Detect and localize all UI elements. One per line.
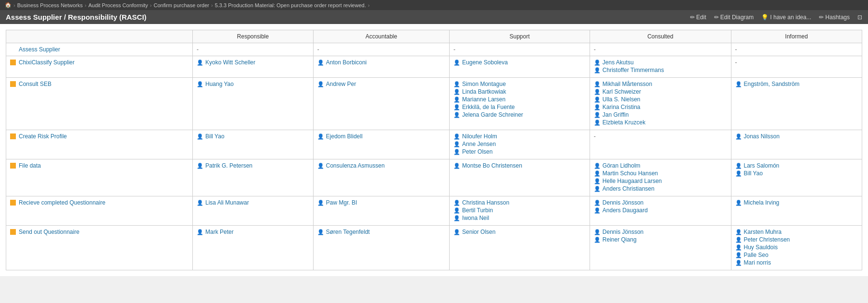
person-name[interactable]: Consulenza Asmussen: [326, 162, 385, 169]
process-link[interactable]: Create Risk Profile: [19, 133, 67, 140]
consulted-cell: -: [590, 130, 731, 159]
support-cell: -: [450, 43, 590, 56]
person-icon: 👤: [594, 163, 601, 169]
person-name[interactable]: Michela Irving: [744, 199, 780, 206]
person-entry: 👤 Patrik G. Petersen: [197, 162, 309, 169]
person-entry: 👤 Peter Olsen: [453, 148, 586, 155]
person-name[interactable]: Dennis Jönsson: [603, 199, 643, 206]
person-name[interactable]: Mark Peter: [205, 229, 234, 235]
person-icon: 👤: [453, 207, 460, 214]
person-entry: 👤 Niloufer Holm: [453, 133, 586, 140]
person-name[interactable]: Martin Schou Hansen: [603, 170, 658, 177]
person-name[interactable]: Engström, Sandström: [744, 81, 800, 87]
person-name[interactable]: Jonas Nilsson: [744, 133, 780, 140]
person-icon: 👤: [735, 237, 742, 243]
person-name[interactable]: Reiner Qiang: [603, 236, 637, 243]
person-icon: 👤: [594, 170, 601, 177]
person-name[interactable]: Mari norris: [744, 259, 771, 266]
edit-button[interactable]: ✏ Edit: [690, 14, 706, 21]
person-icon: 👤: [735, 252, 742, 258]
informed-cell: 👤 Lars Salomón 👤 Bill Yao: [731, 159, 862, 196]
person-entry: 👤 Ejedom Blidell: [317, 133, 445, 140]
process-link[interactable]: ChixiClassify Supplier: [19, 59, 75, 66]
person-entry: 👤 Mark Peter: [197, 229, 309, 235]
person-name[interactable]: Bill Yao: [744, 170, 763, 177]
person-entry: 👤 Karsten Muhra: [735, 229, 858, 235]
person-name[interactable]: Patrik G. Petersen: [205, 162, 252, 169]
hashtags-button[interactable]: ✏ Hashtags: [819, 14, 850, 21]
person-name[interactable]: Palle Seo: [744, 252, 768, 258]
person-name[interactable]: Mikhail Mårtensson: [603, 81, 652, 87]
person-name[interactable]: Anders Daugaard: [603, 207, 648, 214]
person-name[interactable]: Christina Hansson: [462, 199, 509, 206]
expand-button[interactable]: ⊡: [857, 14, 862, 21]
person-name[interactable]: Montse Bo Christensen: [462, 162, 522, 169]
person-name[interactable]: Anton Borbiconi: [326, 59, 367, 66]
person-name[interactable]: Dennis Jönsson: [603, 229, 643, 235]
process-link[interactable]: Consult SEB: [19, 81, 51, 87]
idea-button[interactable]: 💡 I have an idea...: [761, 14, 811, 21]
breadcrumb-item-2[interactable]: Audit Process Conformity: [88, 2, 148, 8]
support-cell: 👤 Montse Bo Christensen: [450, 159, 590, 196]
person-entry: 👤 Helle Haugaard Larsen: [594, 178, 727, 184]
person-name[interactable]: Andrew Per: [326, 81, 356, 87]
breadcrumb-item-1[interactable]: Business Process Networks: [17, 2, 83, 8]
rasci-table: Responsible Accountable Support Consulte…: [6, 30, 862, 270]
informed-cell: -: [731, 56, 862, 78]
person-name[interactable]: Søren Tegenfeldt: [326, 229, 370, 235]
person-name[interactable]: Huang Yao: [205, 81, 234, 87]
person-name[interactable]: Christoffer Timmermans: [603, 67, 664, 73]
person-entry: 👤 Kyoko Witt Scheller: [197, 59, 309, 66]
person-name[interactable]: Kyoko Witt Scheller: [205, 59, 255, 66]
person-entry: 👤 Karina Cristina: [594, 104, 727, 110]
person-name[interactable]: Bertil Turbin: [462, 207, 493, 214]
person-name[interactable]: Karina Cristina: [603, 104, 641, 110]
person-name[interactable]: Niloufer Holm: [462, 133, 497, 140]
person-name[interactable]: Elzbieta Kruzcek: [603, 119, 645, 126]
person-name[interactable]: Lars Salomón: [744, 162, 780, 169]
person-name[interactable]: Göran Lidholm: [603, 162, 641, 169]
person-name[interactable]: Senior Olsen: [462, 229, 495, 235]
informed-cell: 👤 Jonas Nilsson: [731, 130, 862, 159]
breadcrumb-item-3[interactable]: Confirm purchase order: [153, 2, 209, 8]
action-buttons: ✏ Edit ✏ Edit Diagram 💡 I have an idea..…: [690, 14, 862, 21]
person-name[interactable]: Bill Yao: [205, 133, 225, 140]
person-name[interactable]: Ejedom Blidell: [326, 133, 363, 140]
person-name[interactable]: Jan Griffin: [603, 111, 629, 118]
person-name[interactable]: Peter Christensen: [744, 236, 790, 243]
person-name[interactable]: Lisa Ali Munawar: [205, 199, 249, 206]
person-entry: 👤 Anton Borbiconi: [317, 59, 445, 66]
person-name[interactable]: Marianne Larsen: [462, 96, 505, 103]
person-icon: 👤: [453, 149, 460, 155]
person-name[interactable]: Eugene Soboleva: [462, 59, 508, 66]
process-link[interactable]: Send out Questionnaire: [19, 229, 79, 235]
process-link[interactable]: File data: [19, 162, 41, 169]
person-name[interactable]: Karl Schweizer: [603, 88, 641, 95]
person-name[interactable]: Simon Montague: [462, 81, 506, 87]
person-icon: 👤: [453, 229, 460, 235]
breadcrumb-item-4[interactable]: 5.3.3 Production Material: Open purchase…: [215, 2, 366, 8]
person-entry: 👤 Michela Irving: [735, 199, 858, 206]
person-name[interactable]: Paw Mgr. BI: [326, 199, 357, 206]
person-name[interactable]: Anders Christiansen: [603, 185, 654, 192]
person-name[interactable]: Jelena Garde Schreiner: [462, 111, 523, 118]
table-row: Recieve completed Questionnaire 👤 Lisa A…: [6, 196, 862, 226]
dash-value: -: [453, 46, 455, 53]
person-name[interactable]: Iwona Neil: [462, 215, 489, 221]
person-name[interactable]: Peter Olsen: [462, 148, 492, 155]
person-name[interactable]: Linda Bartkowiak: [462, 88, 506, 95]
process-link[interactable]: Recieve completed Questionnaire: [19, 199, 105, 206]
person-entry: 👤 Andrew Per: [317, 81, 445, 87]
process-icon: [10, 60, 16, 65]
person-entry: 👤 Eugene Soboleva: [453, 59, 586, 66]
person-name[interactable]: Huy Sauldois: [744, 244, 778, 251]
person-name[interactable]: Ulla S. Nielsen: [603, 96, 641, 103]
person-name[interactable]: Karsten Muhra: [744, 229, 782, 235]
person-name[interactable]: Anne Jensen: [462, 141, 496, 147]
person-name[interactable]: Erkkilä, de la Fuente: [462, 104, 515, 110]
person-name[interactable]: Jens Akutsu: [603, 59, 634, 66]
edit-diagram-button[interactable]: ✏ Edit Diagram: [714, 14, 754, 21]
home-icon[interactable]: 🏠: [5, 2, 12, 8]
person-entry: 👤 Reiner Qiang: [594, 236, 727, 243]
person-name[interactable]: Helle Haugaard Larsen: [603, 178, 662, 184]
